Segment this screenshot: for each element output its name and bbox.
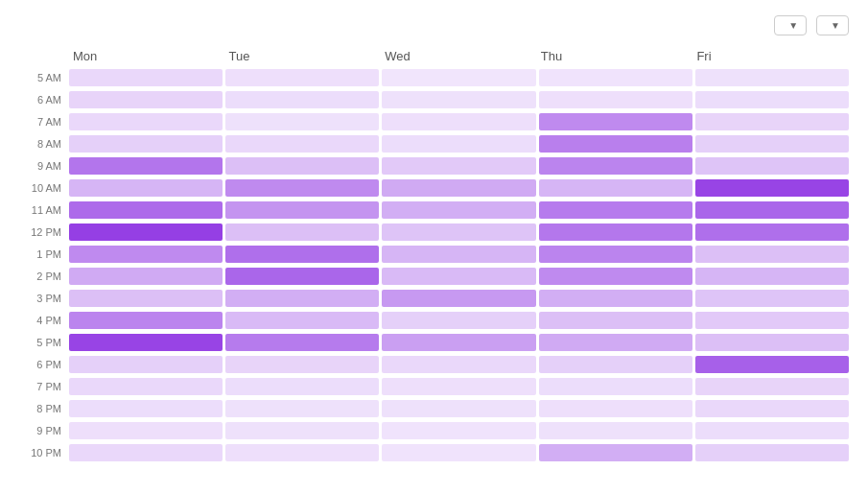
heatmap-cell [539, 91, 692, 108]
heatmap-cell [225, 400, 379, 417]
cell-group [69, 400, 849, 417]
heatmap-cell [382, 334, 535, 351]
heatmap-cell [539, 444, 692, 461]
heatmap-cell [69, 179, 223, 197]
cell-group [69, 157, 849, 175]
metric-dropdown[interactable]: ▼ [816, 15, 849, 35]
heatmap-cell [225, 223, 379, 241]
heatmap-cell [69, 113, 223, 130]
heatmap-cell [695, 378, 849, 395]
time-row: 3 PM [19, 288, 849, 309]
heatmap-cell [382, 290, 535, 307]
time-label: 3 PM [19, 293, 69, 304]
heatmap-cell [225, 356, 379, 373]
time-row: 6 PM [19, 354, 849, 375]
cell-group [69, 69, 849, 86]
heatmap-cell [225, 69, 379, 86]
cell-group [69, 135, 849, 153]
heatmap-cell [382, 179, 535, 197]
heatmap-cell [225, 378, 379, 395]
time-label: 8 PM [19, 403, 69, 414]
day-header-fri: Fri [692, 49, 849, 63]
heatmap-cell [695, 69, 849, 86]
time-range-dropdown[interactable]: ▼ [774, 15, 807, 35]
heatmap-cell [539, 356, 692, 373]
heatmap-cell [382, 113, 535, 130]
time-row: 4 PM [19, 310, 849, 331]
cell-group [69, 290, 849, 307]
heatmap-cell [695, 422, 849, 439]
heatmap-cell [69, 223, 223, 241]
heatmap-cell [69, 69, 223, 86]
cell-group [69, 246, 849, 263]
heatmap-cell [69, 246, 223, 263]
heatmap-cell [695, 179, 849, 197]
heatmap-cell [69, 422, 223, 439]
heatmap-cell [695, 157, 849, 175]
time-label: 2 PM [19, 271, 69, 282]
day-header-thu: Thu [537, 49, 693, 63]
heatmap-cell [382, 422, 535, 439]
heatmap-cell [539, 113, 692, 130]
heatmap-cell [225, 113, 379, 130]
time-label: 10 AM [19, 182, 69, 194]
heatmap-cell [69, 378, 223, 395]
heatmap-cell [225, 157, 379, 175]
heatmap-cell [539, 201, 692, 219]
heatmap-cell [69, 201, 223, 219]
cell-group [69, 113, 849, 130]
day-header-tue: Tue [225, 49, 382, 63]
time-label: 9 PM [19, 425, 69, 436]
heatmap-cell [225, 201, 379, 219]
time-label: 4 PM [19, 315, 69, 326]
heatmap-cell [695, 91, 849, 108]
cell-group [69, 268, 849, 285]
time-label: 1 PM [19, 248, 69, 260]
heatmap-cell [69, 135, 223, 153]
heatmap-cell [695, 290, 849, 307]
heatmap-cell [695, 135, 849, 153]
heatmap-cell [695, 356, 849, 373]
heatmap-cell [695, 312, 849, 329]
time-row: 5 AM [19, 67, 849, 88]
day-header-mon: Mon [69, 49, 225, 63]
time-row: 1 PM [19, 244, 849, 265]
heatmap-cell [695, 444, 849, 461]
heatmap-cell [539, 422, 692, 439]
heatmap-cell [69, 268, 223, 285]
heatmap-cell [382, 378, 535, 395]
time-label: 5 PM [19, 337, 69, 348]
time-label: 6 PM [19, 359, 69, 370]
day-headers: MonTueWedThuFri [69, 49, 849, 63]
heatmap-cell [225, 312, 379, 329]
heatmap-cell [539, 312, 692, 329]
day-header-wed: Wed [381, 49, 537, 63]
heatmap-cell [225, 179, 379, 197]
cell-group [69, 223, 849, 241]
cell-group [69, 378, 849, 395]
time-label: 11 AM [19, 204, 69, 216]
header: ▼ ▼ [19, 15, 849, 35]
heatmap-cell [382, 223, 535, 241]
heatmap-cell [69, 312, 223, 329]
heatmap-cell [69, 356, 223, 373]
heatmap-cell [539, 334, 692, 351]
heatmap-cell [695, 113, 849, 130]
heatmap-cell [695, 268, 849, 285]
heatmap-cell [382, 444, 535, 461]
time-row: 5 PM [19, 332, 849, 353]
heatmap-cell [539, 157, 692, 175]
heatmap-cell [225, 246, 379, 263]
heatmap-cell [382, 69, 535, 86]
time-label: 7 PM [19, 381, 69, 392]
heatmap-cell [69, 290, 223, 307]
heatmap-cell [539, 135, 692, 153]
time-label: 10 PM [19, 447, 69, 459]
heatmap-cell [225, 91, 379, 108]
cell-group [69, 312, 849, 329]
time-row: 10 PM [19, 442, 849, 463]
time-row: 2 PM [19, 266, 849, 287]
sort-controls: ▼ ▼ [764, 15, 849, 35]
heatmap-cell [69, 444, 223, 461]
time-row: 6 AM [19, 89, 849, 110]
